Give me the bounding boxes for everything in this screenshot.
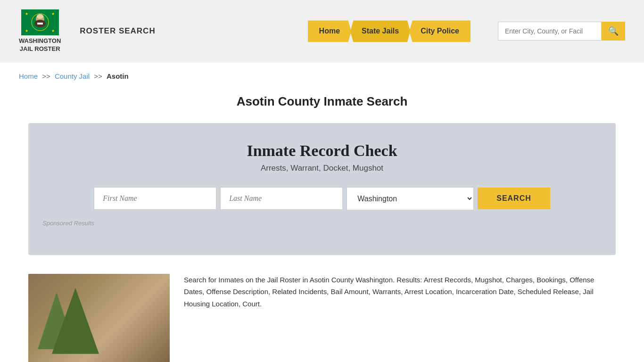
search-form-row: AlabamaAlaskaArizonaArkansasCaliforniaCo… <box>42 187 602 210</box>
sponsored-label: Sponsored Results <box>42 220 602 227</box>
wa-flag-icon: ★ ★ ★ ★ <box>21 9 59 35</box>
search-icon: 🔍 <box>608 26 619 36</box>
logo-text: WASHINGTON JAIL ROSTER <box>19 37 61 53</box>
svg-point-4 <box>37 14 43 19</box>
header-search-input[interactable] <box>498 22 602 41</box>
roster-search-label: ROSTER SEARCH <box>80 26 155 36</box>
svg-text:★: ★ <box>51 29 55 33</box>
logo-line1: WASHINGTON <box>19 37 61 44</box>
search-box-title: Inmate Record Check <box>42 142 602 160</box>
svg-text:★: ★ <box>25 29 28 33</box>
search-button[interactable]: SEARCH <box>478 188 550 209</box>
header-search-button[interactable]: 🔍 <box>602 22 625 41</box>
facility-image <box>28 274 170 362</box>
svg-text:★: ★ <box>51 12 55 16</box>
nav-home-button[interactable]: Home <box>308 20 351 42</box>
header: ★ ★ ★ ★ WASHINGTON JAIL ROSTER ROSTER SE… <box>0 0 644 63</box>
breadcrumb-sep1: >> <box>42 72 50 80</box>
search-box-subtitle: Arrests, Warrant, Docket, Mugshot <box>42 164 602 173</box>
breadcrumb-county-jail-link[interactable]: County Jail <box>55 72 90 80</box>
header-search-area: 🔍 <box>498 22 625 41</box>
logo-line2: JAIL ROSTER <box>20 45 60 52</box>
first-name-input[interactable] <box>94 187 216 210</box>
nav-city-police-button[interactable]: City Police <box>409 20 471 42</box>
breadcrumb-current: Asotin <box>107 72 129 80</box>
breadcrumb-home-link[interactable]: Home <box>19 72 38 80</box>
site-logo[interactable]: ★ ★ ★ ★ WASHINGTON JAIL ROSTER <box>19 9 61 53</box>
state-select[interactable]: AlabamaAlaskaArizonaArkansasCaliforniaCo… <box>347 187 474 210</box>
search-box-section: Inmate Record Check Arrests, Warrant, Do… <box>28 123 616 255</box>
info-section: Search for Inmates on the Jail Roster in… <box>0 264 644 362</box>
breadcrumb-sep2: >> <box>94 72 102 80</box>
page-title-section: Asotin County Inmate Search <box>0 85 644 114</box>
info-description: Search for Inmates on the Jail Roster in… <box>184 274 616 310</box>
last-name-input[interactable] <box>220 187 343 210</box>
breadcrumb: Home >> County Jail >> Asotin <box>0 63 644 85</box>
facility-image-placeholder <box>28 274 170 362</box>
svg-text:★: ★ <box>25 12 28 16</box>
header-nav: Home State Jails City Police <box>308 20 470 42</box>
svg-rect-5 <box>37 23 43 25</box>
page-title: Asotin County Inmate Search <box>19 94 625 109</box>
nav-state-jails-button[interactable]: State Jails <box>350 20 410 42</box>
